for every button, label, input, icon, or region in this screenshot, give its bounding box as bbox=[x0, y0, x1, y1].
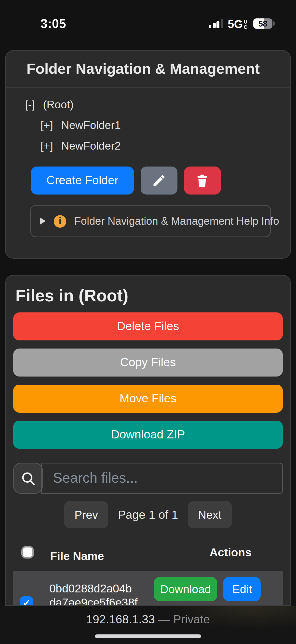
files-card: Files in (Root) Delete Files Copy Files … bbox=[5, 275, 291, 606]
cellular-network-label: 5G U C bbox=[228, 18, 247, 29]
search-icon bbox=[20, 470, 36, 487]
card-title: Folder Navigation & Management bbox=[6, 51, 290, 88]
search-input[interactable] bbox=[41, 463, 283, 494]
status-icons: 5G U C 58 bbox=[209, 18, 273, 30]
info-icon: i bbox=[54, 215, 66, 228]
download-zip-button[interactable]: Download ZIP bbox=[13, 421, 283, 449]
folder-navigation-card: Folder Navigation & Management [-] (Root… bbox=[5, 50, 291, 259]
trash-icon bbox=[195, 173, 209, 188]
battery-icon: 58 bbox=[253, 19, 273, 29]
pencil-icon bbox=[151, 173, 166, 188]
tree-item-label[interactable]: (Root) bbox=[43, 98, 74, 110]
edit-button[interactable]: Edit bbox=[223, 577, 261, 601]
move-files-button[interactable]: Move Files bbox=[13, 385, 283, 413]
collapse-toggle[interactable]: [-] bbox=[25, 98, 35, 110]
create-folder-button[interactable]: Create Folder bbox=[31, 166, 134, 194]
select-all-checkbox[interactable] bbox=[21, 546, 34, 558]
private-label: — Private bbox=[155, 613, 210, 626]
tree-item-label[interactable]: NewFolder1 bbox=[61, 118, 121, 131]
clock: 3:05 bbox=[40, 17, 66, 32]
search-button[interactable] bbox=[13, 463, 43, 494]
status-bar: 3:05 5G U C 58 bbox=[0, 0, 296, 44]
address-bar[interactable]: 192.168.1.33 — Private bbox=[0, 606, 296, 626]
files-card-title: Files in (Root) bbox=[15, 286, 283, 306]
tree-item-newfolder1[interactable]: [+] NewFolder1 bbox=[20, 114, 281, 135]
home-indicator[interactable] bbox=[95, 634, 201, 638]
tree-item-root[interactable]: [-] (Root) bbox=[20, 94, 281, 114]
signal-strength-icon bbox=[209, 19, 223, 28]
page-info: Page 1 of 1 bbox=[118, 508, 178, 522]
iphone-screen: 3:05 5G U C 58 Folder Navi bbox=[0, 0, 296, 644]
help-summary-label: Folder Navigation & Management Help Info bbox=[74, 215, 279, 227]
help-info-disclosure[interactable]: i Folder Navigation & Management Help In… bbox=[30, 205, 271, 237]
actions-column-header: Actions bbox=[168, 546, 291, 559]
expand-toggle[interactable]: [+] bbox=[40, 139, 53, 152]
file-name-column-header: File Name bbox=[50, 550, 104, 563]
expand-toggle[interactable]: [+] bbox=[40, 118, 53, 131]
prev-page-button[interactable]: Prev bbox=[64, 501, 108, 528]
browser-toolbar[interactable]: 192.168.1.33 — Private bbox=[0, 606, 296, 644]
delete-folder-button[interactable] bbox=[184, 166, 221, 194]
folder-tree: [-] (Root) [+] NewFolder1 [+] NewFolder2 bbox=[20, 94, 281, 156]
rename-folder-button[interactable] bbox=[140, 166, 177, 194]
row-checkbox[interactable]: ✓ bbox=[20, 596, 33, 606]
table-row: ✓ 0bd0288d2a04b da7ae9ce5f6e38f Download… bbox=[13, 571, 283, 606]
delete-files-button[interactable]: Delete Files bbox=[13, 312, 283, 340]
row-actions: Download Edit bbox=[154, 577, 280, 606]
tree-item-label[interactable]: NewFolder2 bbox=[61, 139, 121, 152]
tree-item-newfolder2[interactable]: [+] NewFolder2 bbox=[20, 135, 281, 156]
table-header: File Name Actions bbox=[13, 544, 283, 566]
download-button[interactable]: Download bbox=[154, 577, 218, 601]
url-text: 192.168.1.33 bbox=[86, 613, 155, 626]
next-page-button[interactable]: Next bbox=[188, 501, 232, 528]
copy-files-button[interactable]: Copy Files bbox=[13, 348, 283, 376]
file-name-cell: 0bd0288d2a04b da7ae9ce5f6e38f bbox=[49, 581, 154, 606]
disclosure-triangle-icon bbox=[40, 217, 46, 225]
battery-percent: 58 bbox=[253, 19, 273, 29]
